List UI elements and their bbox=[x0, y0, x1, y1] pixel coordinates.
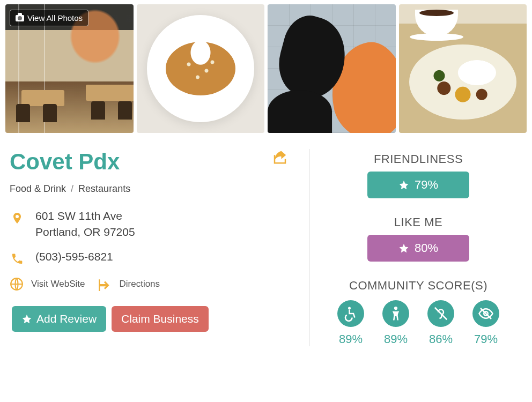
community-label: COMMUNITY SCORE(S) bbox=[321, 279, 516, 293]
community-item: 86% bbox=[424, 300, 458, 346]
breadcrumb: Food & Drink / Restaurants bbox=[10, 183, 293, 195]
phone-number[interactable]: (503)-595-6821 bbox=[35, 250, 113, 263]
view-all-photos-button[interactable]: View All Photos bbox=[10, 10, 88, 26]
view-all-label: View All Photos bbox=[27, 13, 83, 23]
directions-label: Directions bbox=[119, 279, 160, 289]
friendliness-value: 79% bbox=[415, 178, 438, 192]
address-row: 601 SW 11th Ave Portland, OR 97205 bbox=[10, 210, 293, 239]
globe-icon bbox=[10, 277, 24, 291]
wheelchair-icon bbox=[343, 306, 359, 322]
category-parent-link[interactable]: Food & Drink bbox=[10, 183, 66, 194]
breadcrumb-separator: / bbox=[71, 183, 73, 194]
body-icon bbox=[388, 306, 404, 322]
community-value: 89% bbox=[384, 332, 408, 346]
low-vision-icon bbox=[478, 306, 494, 322]
directions-icon bbox=[98, 277, 112, 291]
gallery-thumb[interactable] bbox=[137, 4, 265, 133]
add-review-label: Add Review bbox=[36, 312, 97, 325]
community-item: 89% bbox=[334, 300, 368, 346]
deaf-icon bbox=[433, 306, 449, 322]
likeme-label: LIKE ME bbox=[321, 215, 516, 229]
community-scores: 89% 89% 86% bbox=[321, 300, 516, 346]
phone-icon bbox=[11, 252, 24, 265]
gallery-thumb[interactable] bbox=[268, 4, 396, 133]
likeme-score: 80% bbox=[367, 235, 469, 262]
svg-point-2 bbox=[394, 307, 397, 310]
address-line2: Portland, OR 97205 bbox=[35, 226, 135, 239]
website-link[interactable]: Visit WebSite bbox=[10, 277, 85, 291]
claim-business-label: Claim Business bbox=[121, 312, 199, 325]
community-value: 89% bbox=[339, 332, 363, 346]
add-review-button[interactable]: Add Review bbox=[12, 306, 106, 332]
gallery-thumb[interactable] bbox=[399, 4, 527, 133]
community-value: 79% bbox=[474, 332, 498, 346]
svg-point-1 bbox=[348, 307, 351, 310]
camera-icon bbox=[16, 15, 24, 21]
likeme-value: 80% bbox=[415, 241, 438, 255]
community-item: 89% bbox=[379, 300, 413, 346]
share-icon bbox=[272, 149, 288, 165]
website-label: Visit WebSite bbox=[31, 279, 85, 289]
category-link[interactable]: Restaurants bbox=[78, 183, 130, 194]
friendliness-score: 79% bbox=[367, 172, 469, 198]
photo-gallery: View All Photos bbox=[0, 0, 532, 133]
star-icon bbox=[21, 314, 32, 324]
star-icon bbox=[398, 180, 409, 190]
share-button[interactable] bbox=[272, 149, 288, 165]
address-line1: 601 SW 11th Ave bbox=[35, 210, 135, 222]
community-value: 86% bbox=[429, 332, 453, 346]
map-pin-icon bbox=[11, 212, 24, 225]
phone-row: (503)-595-6821 bbox=[10, 250, 293, 265]
friendliness-label: FRIENDLINESS bbox=[321, 152, 516, 166]
business-name: Covet Pdx bbox=[10, 149, 293, 175]
star-icon bbox=[398, 243, 409, 254]
directions-link[interactable]: Directions bbox=[98, 277, 160, 291]
community-item: 79% bbox=[469, 300, 503, 346]
claim-business-button[interactable]: Claim Business bbox=[112, 306, 209, 332]
